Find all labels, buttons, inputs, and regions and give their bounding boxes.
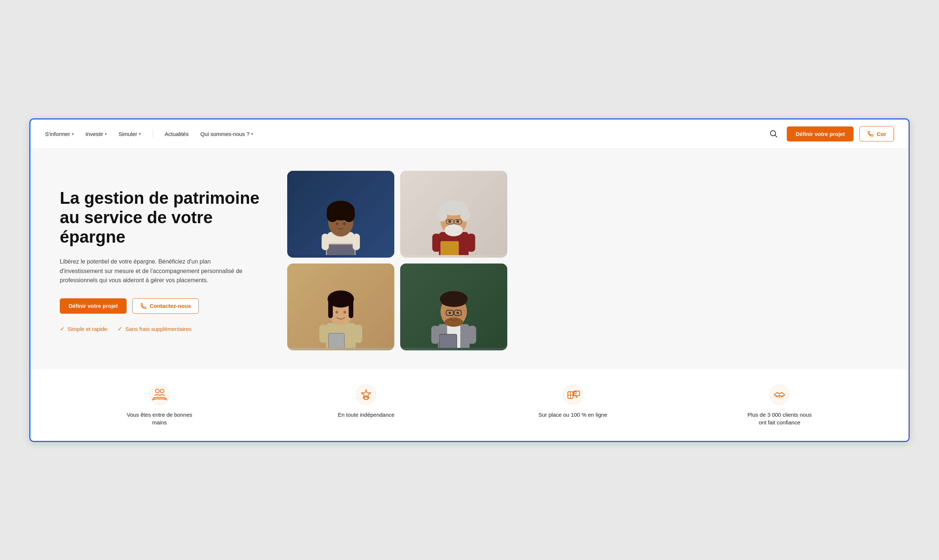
hero-left: La gestion de patrimoine au service de v… bbox=[60, 188, 265, 332]
stat-label-4: Plus de 3 000 clients nous ont fait conf… bbox=[743, 411, 816, 426]
svg-rect-33 bbox=[328, 298, 333, 318]
online-icon bbox=[562, 384, 584, 406]
search-icon bbox=[769, 130, 778, 138]
chevron-down-icon: ▾ bbox=[105, 132, 107, 136]
stat-label-2: En toute indépendance bbox=[338, 411, 394, 418]
nav-left: S'informer ▾ Investir ▾ Simuler ▾ Actual… bbox=[45, 129, 253, 138]
browser-frame: S'informer ▾ Investir ▾ Simuler ▾ Actual… bbox=[29, 118, 910, 442]
svg-point-56 bbox=[150, 385, 170, 405]
svg-point-8 bbox=[329, 201, 353, 213]
chevron-down-icon: ▾ bbox=[139, 132, 141, 136]
nav-item-actualites[interactable]: Actualités bbox=[165, 131, 188, 137]
svg-rect-38 bbox=[329, 334, 344, 348]
nav-item-sinformer[interactable]: S'informer ▾ bbox=[45, 131, 74, 137]
phone-icon bbox=[867, 131, 874, 137]
person-illustration-1 bbox=[308, 179, 374, 255]
svg-rect-39 bbox=[319, 325, 328, 343]
svg-point-36 bbox=[343, 311, 346, 313]
nav-label-investir: Investir bbox=[85, 131, 103, 137]
hero-image-grid bbox=[287, 171, 507, 350]
contact-label: Cor bbox=[877, 131, 886, 137]
stat-item-2: En toute indépendance bbox=[267, 384, 466, 418]
checkmark-icon-1: ✓ bbox=[60, 325, 65, 332]
person-illustration-3 bbox=[308, 272, 374, 348]
hero-title: La gestion de patrimoine au service de v… bbox=[60, 188, 265, 247]
svg-point-46 bbox=[444, 317, 463, 326]
hero-checks: ✓ Simple et rapide ✓ Sans frais suppléme… bbox=[60, 325, 265, 332]
photo-card-2 bbox=[400, 171, 507, 258]
svg-line-1 bbox=[775, 135, 777, 137]
svg-point-51 bbox=[456, 312, 459, 314]
checkmark-icon-2: ✓ bbox=[117, 325, 122, 332]
svg-rect-23 bbox=[432, 234, 441, 252]
svg-point-45 bbox=[441, 296, 466, 307]
svg-point-50 bbox=[449, 312, 451, 314]
svg-rect-24 bbox=[467, 234, 475, 252]
nav-right: Définir votre projet Cor bbox=[766, 126, 894, 142]
nav-label-quisommesnous: Qui sommes-nous ? bbox=[200, 131, 250, 137]
stat-label-1: Vous êtes entre de bonnes mains bbox=[123, 411, 196, 426]
stats-bar: Vous êtes entre de bonnes mains En toute… bbox=[31, 369, 908, 441]
navbar: S'informer ▾ Investir ▾ Simuler ▾ Actual… bbox=[31, 120, 908, 149]
hero-check-1: ✓ Simple et rapide bbox=[60, 325, 107, 332]
svg-point-26 bbox=[456, 220, 459, 223]
person-illustration-2 bbox=[421, 179, 487, 255]
search-button[interactable] bbox=[766, 126, 781, 141]
hero-buttons: Définir votre projet Contactez-nous bbox=[60, 298, 265, 314]
svg-rect-53 bbox=[439, 335, 456, 348]
nav-label-actualites: Actualités bbox=[165, 131, 188, 137]
svg-point-19 bbox=[460, 208, 470, 222]
navbar-contact-button[interactable]: Cor bbox=[859, 126, 894, 142]
check-label-1: Simple et rapide bbox=[68, 326, 107, 332]
person-illustration-4 bbox=[421, 272, 487, 348]
svg-point-25 bbox=[448, 220, 451, 223]
stat-label-3: Sur place ou 100 % en ligne bbox=[538, 411, 607, 418]
photo-card-1 bbox=[287, 171, 394, 258]
svg-point-13 bbox=[336, 222, 339, 225]
svg-point-59 bbox=[356, 385, 376, 405]
svg-rect-40 bbox=[354, 325, 362, 343]
chevron-down-icon: ▾ bbox=[72, 132, 74, 136]
svg-point-35 bbox=[336, 311, 338, 313]
nav-item-quisommesnous[interactable]: Qui sommes-nous ? ▾ bbox=[200, 131, 253, 137]
nav-item-simuler[interactable]: Simuler ▾ bbox=[119, 131, 141, 137]
nav-divider bbox=[153, 129, 153, 138]
svg-point-18 bbox=[437, 208, 447, 222]
nav-item-investir[interactable]: Investir ▾ bbox=[85, 131, 107, 137]
photo-card-4 bbox=[400, 263, 507, 350]
svg-point-20 bbox=[444, 224, 463, 236]
phone-icon bbox=[140, 303, 147, 309]
svg-point-14 bbox=[343, 222, 345, 225]
hero-section: La gestion de patrimoine au service de v… bbox=[31, 149, 908, 369]
svg-rect-55 bbox=[469, 325, 476, 344]
stat-item-4: Plus de 3 000 clients nous ont fait conf… bbox=[680, 384, 880, 426]
svg-rect-22 bbox=[441, 242, 458, 255]
nav-label-simuler: Simuler bbox=[119, 131, 137, 137]
svg-rect-11 bbox=[322, 234, 329, 250]
navbar-cta-button[interactable]: Définir votre projet bbox=[787, 126, 854, 142]
svg-point-73 bbox=[769, 385, 789, 405]
hands-icon bbox=[148, 384, 171, 406]
clients-icon bbox=[768, 384, 791, 406]
hero-contact-button[interactable]: Contactez-nous bbox=[133, 298, 199, 314]
svg-rect-12 bbox=[353, 234, 360, 250]
hero-check-2: ✓ Sans frais supplémentaires bbox=[117, 325, 191, 332]
photo-card-3 bbox=[287, 263, 394, 350]
stat-item-3: Sur place ou 100 % en ligne bbox=[473, 384, 673, 418]
nav-label-sinformer: S'informer bbox=[45, 131, 70, 137]
svg-rect-54 bbox=[431, 325, 439, 344]
independence-icon bbox=[355, 384, 377, 406]
chevron-down-icon: ▾ bbox=[251, 132, 253, 136]
hero-cta-button[interactable]: Définir votre projet bbox=[60, 298, 126, 314]
svg-rect-34 bbox=[349, 298, 354, 318]
svg-rect-10 bbox=[327, 245, 355, 255]
hero-subtitle: Libérez le potentiel de votre épargne. B… bbox=[60, 257, 251, 285]
stat-item-1: Vous êtes entre de bonnes mains bbox=[60, 384, 259, 426]
hero-contact-label: Contactez-nous bbox=[150, 303, 191, 309]
check-label-2: Sans frais supplémentaires bbox=[125, 326, 191, 332]
